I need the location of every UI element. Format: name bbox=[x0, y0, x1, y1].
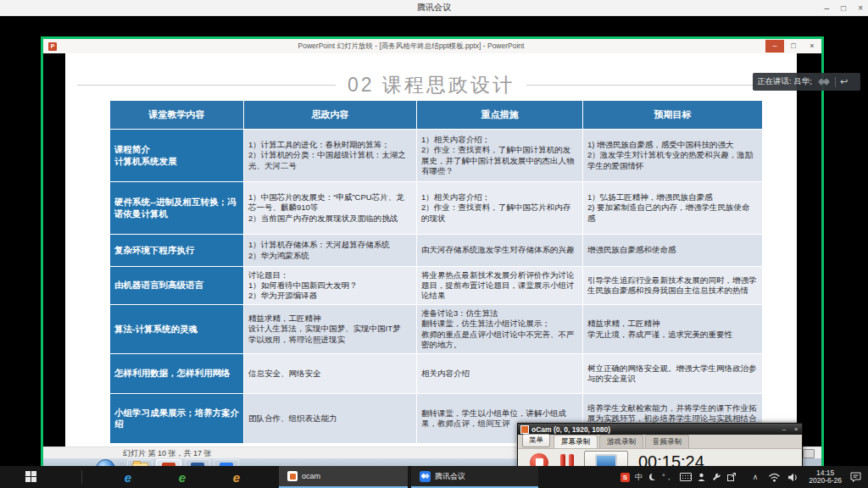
title-line-left bbox=[77, 85, 336, 86]
speaking-banner: 正在讲话: 吕华; ↩ bbox=[753, 73, 860, 91]
ocam-minimize-icon[interactable]: – bbox=[778, 425, 790, 433]
table-cell: 1）相关内容介绍； 2）作业：查找资料，了解中国芯片和内存的现状 bbox=[417, 182, 583, 235]
ocam-app-icon bbox=[520, 425, 529, 434]
shared-screen: P PowerPoint 幻灯片放映 - [商务风格年终总结ppt模板.pptx… bbox=[41, 36, 824, 481]
table-row-header-cell: 课程简介 计算机系统发展 bbox=[110, 130, 244, 182]
browser-360-icon[interactable]: e bbox=[174, 470, 191, 485]
ocam-tab-game-record[interactable]: 游戏录制 bbox=[599, 435, 643, 448]
slide: 02 课程思政设计 课堂教学内容思政内容重点措施预期目标课程简介 计算机系统发展… bbox=[65, 53, 797, 446]
ocam-tab-audio-record[interactable]: 音频录制 bbox=[645, 435, 689, 448]
minimize-icon[interactable]: – bbox=[825, 3, 830, 13]
ocam-titlebar[interactable]: oCam (0, 0, 1920, 1080) – × bbox=[518, 424, 802, 435]
table-cell: 将业界热点最新技术发展分析评价作为讨论题目，提前布置讨论题目，课堂展示小组讨论结… bbox=[417, 267, 583, 305]
meeting-taskbar-icon bbox=[420, 471, 431, 482]
powerpoint-window-title: PowerPoint 幻灯片放映 - [商务风格年终总结ppt模板.pptx] … bbox=[57, 42, 765, 52]
course-table: 课堂教学内容思政内容重点措施预期目标课程简介 计算机系统发展1）计算工具的进化：… bbox=[110, 101, 763, 444]
ppt-minimize-icon[interactable]: – bbox=[765, 40, 784, 53]
slide-title: 02 课程思政设计 bbox=[348, 72, 515, 98]
internet-explorer-icon[interactable]: e bbox=[228, 470, 245, 485]
restore-icon[interactable]: □ bbox=[841, 3, 846, 13]
table-cell: 1）计算机存储体系：天河超算存储系统 2）华为鸿蒙系统 bbox=[244, 235, 417, 267]
table-cell: 1）计算工具的进化：春秋时期的算筹； 2）计算机的分类：中国超级计算机：太湖之光… bbox=[244, 130, 417, 182]
wifi-icon[interactable] bbox=[768, 473, 781, 482]
slide-counter: 幻灯片 第 10 张，共 17 张 bbox=[123, 448, 212, 459]
table-cell: 增强民族自豪感和使命感 bbox=[583, 235, 763, 267]
table-cell: 由天河存储系统激发学生对存储体系的兴趣 bbox=[417, 235, 583, 267]
ocam-menu-button[interactable]: 菜单 bbox=[522, 434, 550, 447]
table-row-header-cell: 硬件系统--进制及相互转换；冯诺依曼计算机 bbox=[110, 182, 244, 235]
table-cell: 准备讨论3：仿生算法 翻转课堂，仿生算法小组讨论展示； 教师的重点是点评小组讨论… bbox=[417, 305, 583, 354]
table-cell: 1）弘扬工匠精神，增强民族自豪感 2) 要加紧制造自己的内存，增强学生民族使命感 bbox=[583, 182, 763, 235]
speaking-text: 正在讲话: 吕华; bbox=[757, 76, 812, 87]
banner-divider bbox=[835, 77, 836, 87]
table-row-header-cell: 小组学习成果展示；培养方案介绍 bbox=[110, 394, 244, 444]
ppt-restore-icon[interactable]: □ bbox=[784, 40, 803, 53]
ocam-taskbar-icon bbox=[287, 471, 298, 481]
meeting-window-controls: – □ × bbox=[825, 0, 863, 15]
table-row-header-cell: 怎样利用数据，怎样利用网络 bbox=[110, 354, 244, 394]
sogou-ime-icon[interactable]: S bbox=[620, 473, 630, 482]
table-header-cell: 思政内容 bbox=[244, 101, 417, 130]
meeting-logo-icon bbox=[817, 77, 831, 86]
table-row-header-cell: 由机器语言到高级语言 bbox=[110, 267, 244, 305]
powerpoint-titlebar: P PowerPoint 幻灯片放映 - [商务风格年终总结ppt模板.pptx… bbox=[43, 39, 821, 53]
taskbar-divider bbox=[81, 470, 82, 484]
table-cell: 精益求精，工匠精神 学无止境，养成严谨，追求完美的重要性 bbox=[583, 305, 763, 354]
slideshow-area: 02 课程思政设计 课堂教学内容思政内容重点措施预期目标课程简介 计算机系统发展… bbox=[43, 53, 821, 446]
title-line-right bbox=[526, 85, 785, 86]
taskbar-item-ocam[interactable]: ocam bbox=[279, 466, 408, 488]
chevron-up-icon[interactable]: ∧ bbox=[753, 473, 759, 481]
ocam-taskbar-label: ocam bbox=[302, 472, 320, 480]
back-arrow-icon[interactable]: ↩ bbox=[840, 73, 848, 91]
table-cell: 相关内容介绍 bbox=[417, 354, 583, 394]
ime-language-indicator[interactable]: 中 bbox=[635, 472, 643, 483]
taskbar-item-meeting[interactable]: 腾讯会议 bbox=[411, 466, 538, 488]
ocam-tab-screen-record[interactable]: 屏幕录制 bbox=[554, 435, 598, 448]
meeting-title: 腾讯会议 bbox=[0, 0, 868, 15]
ocam-close-icon[interactable]: × bbox=[790, 425, 802, 433]
ocam-tab-row: 菜单 屏幕录制 游戏录制 音频录制 bbox=[518, 435, 802, 449]
meeting-content-area: P PowerPoint 幻灯片放映 - [商务风格年终总结ppt模板.pptx… bbox=[0, 16, 868, 466]
share-out-icon[interactable] bbox=[727, 473, 736, 481]
local-taskbar: e e e ocam 腾讯会议 S 中 °， ∧ 14:15 2020-6-26 bbox=[0, 466, 868, 488]
punctuation-indicator[interactable]: °， bbox=[662, 472, 673, 483]
display-settings-icon[interactable] bbox=[803, 449, 815, 458]
start-button[interactable] bbox=[25, 471, 37, 483]
table-header-cell: 预期目标 bbox=[583, 101, 763, 130]
ocam-window-title: oCam (0, 0, 1920, 1080) bbox=[531, 425, 778, 434]
meeting-titlebar: 腾讯会议 – □ × bbox=[0, 0, 868, 16]
ppt-close-icon[interactable]: × bbox=[803, 40, 821, 53]
table-row-header-cell: 算法-计算系统的灵魂 bbox=[110, 305, 244, 354]
table-cell: 1) 增强民族自豪感，感受中国科技的强大 2）激发学生对计算机专业的热爱和兴趣，… bbox=[583, 130, 763, 182]
tray-clock[interactable]: 14:15 2020-6-26 bbox=[809, 469, 842, 485]
table-cell: 1）中国芯片的发展史：“申威”CPU芯片、龙芯一号、麒麟910等 2）当前国产内… bbox=[244, 182, 417, 235]
keyboard-icon[interactable] bbox=[680, 473, 692, 481]
tray-date: 2020-6-26 bbox=[809, 477, 842, 485]
table-row-header-cell: 复杂环境下程序执行 bbox=[110, 235, 244, 267]
table-cell: 团队合作、组织表达能力 bbox=[244, 394, 417, 444]
table-cell: 引导学生追踪行业最新技术发展的同时，增强学生民族自豪感和投身我国自主信息技术的热… bbox=[583, 267, 763, 305]
table-cell: 1）相关内容介绍； 2）作业：查找资料，了解中国计算机的发展史，并了解中国计算机… bbox=[417, 130, 583, 182]
table-header-cell: 重点措施 bbox=[417, 101, 583, 130]
table-cell: 讨论题目： 1）如何看待中国新四大发明？ 2）华为开源编译器 bbox=[244, 267, 417, 305]
close-icon[interactable]: × bbox=[858, 3, 863, 13]
wrench-icon[interactable] bbox=[712, 473, 721, 481]
person-icon[interactable] bbox=[698, 473, 705, 481]
table-cell: 精益求精，工匠精神 设计人生算法，实现中国梦、实现中国IT梦 学以致用，将理论照… bbox=[244, 305, 417, 354]
powerpoint-icon: P bbox=[48, 42, 57, 51]
table-header-cell: 课堂教学内容 bbox=[110, 101, 244, 130]
system-tray: S 中 °， ∧ 14:15 2020-6-26 bbox=[620, 466, 868, 488]
notification-center-icon[interactable] bbox=[850, 472, 861, 482]
edge-icon[interactable]: e bbox=[120, 470, 136, 485]
table-cell: 信息安全、网络安全 bbox=[244, 354, 417, 394]
meeting-taskbar-label: 腾讯会议 bbox=[435, 471, 465, 482]
moon-icon[interactable] bbox=[649, 474, 656, 480]
table-cell: 树立正确的网络安全观。增强大学生网络政治参与的安全意识 bbox=[583, 354, 763, 394]
slide-title-row: 02 课程思政设计 bbox=[65, 72, 797, 98]
speaker-icon[interactable] bbox=[787, 473, 798, 482]
